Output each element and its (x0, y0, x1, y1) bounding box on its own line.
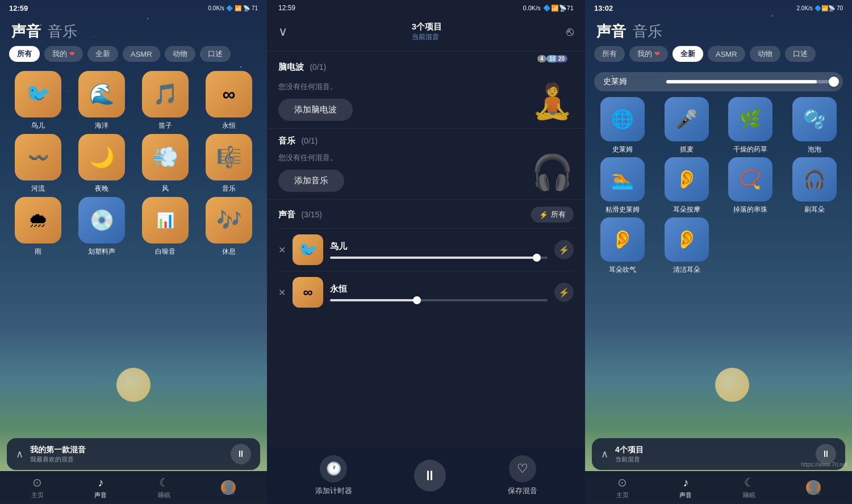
sound-label-rest: 休息 (222, 247, 236, 257)
sound-item-scratch[interactable]: 💿 划塑料声 (72, 197, 132, 257)
right-tab-animal[interactable]: 动物 (750, 46, 780, 62)
sound-item-whitenoise[interactable]: 📊 白噪音 (135, 197, 195, 257)
right-sound-slime[interactable]: 🌐 史莱姆 (592, 97, 653, 154)
track-lightning-bird[interactable]: ⚡ (554, 240, 574, 259)
right-filter-tabs: 所有 我的 ❤ 全新 ASMR 动物 口述 (585, 46, 852, 68)
tab-narrate[interactable]: 口述 (200, 46, 231, 62)
right-sound-earmassage[interactable]: 👂 耳朵按摩 (656, 157, 717, 215)
add-timer-action[interactable]: 🕐 添加计时器 (315, 455, 352, 496)
track-icon-eternal: ∞ (293, 277, 323, 308)
right-sound-mic[interactable]: 🎤 抓麦 (656, 97, 717, 154)
status-icons: 0.0K/s 🔷 📶 📡 71 (208, 5, 258, 11)
track-close-eternal[interactable]: ✕ (278, 287, 286, 298)
sound-item-river[interactable]: 〰️ 河流 (8, 134, 68, 194)
right-player-info: 4个项目 当前混音 (615, 445, 816, 464)
right-nav-profile[interactable]: 👤 (806, 480, 821, 495)
header-music[interactable]: 音乐 (48, 22, 77, 41)
mix-chevron-down[interactable]: ∨ (278, 24, 287, 39)
right-tab-mine[interactable]: 我的 ❤ (629, 46, 668, 62)
right-nav-sound-label: 声音 (679, 491, 692, 499)
right-moon (715, 368, 749, 402)
nav-profile[interactable]: 👤 (221, 480, 236, 495)
right-status-icons: 2.0K/s 🔷📶📡 70 (797, 5, 843, 11)
track-info-bird: 鸟儿 (330, 241, 548, 259)
player-subtitle: 我最喜欢的混音 (30, 455, 231, 464)
pause-button[interactable]: ⏸ (231, 444, 251, 464)
sound-icon-whitenoise: 📊 (142, 197, 189, 243)
tab-animal[interactable]: 动物 (165, 46, 195, 62)
right-time: 13:02 (594, 4, 613, 12)
bottom-nav: ⊙ 主页 ♪ 声音 ☾ 睡眠 👤 (0, 471, 267, 504)
right-tab-asmr[interactable]: ASMR (708, 46, 745, 62)
header-sound[interactable]: 声音 (11, 22, 41, 41)
sound-item-eternal[interactable]: ∞ 永恒 (199, 71, 259, 131)
track-close-bird[interactable]: ✕ (278, 245, 286, 255)
right-header-music[interactable]: 音乐 (633, 22, 662, 41)
right-sound-earblow[interactable]: 👂 耳朵吹气 (592, 217, 653, 275)
share-icon[interactable]: ⎋ (566, 24, 574, 39)
add-music-button[interactable]: 添加音乐 (278, 170, 344, 192)
nav-sleep-label: 睡眠 (158, 491, 170, 499)
slime-slider[interactable]: 史莱姆 (594, 72, 843, 91)
nav-sound[interactable]: ♪ 声音 (94, 476, 107, 499)
track-slider-bird[interactable] (330, 257, 548, 259)
add-brainwave-button[interactable]: 添加脑电波 (278, 99, 353, 121)
track-thumb-bird (533, 254, 541, 262)
track-slider-eternal[interactable] (330, 299, 548, 301)
all-sounds-badge[interactable]: ⚡ 所有 (531, 207, 574, 222)
right-sound-cleanear[interactable]: 👂 清洁耳朵 (656, 217, 717, 275)
right-expand-icon[interactable]: ∧ (601, 448, 608, 460)
right-sound-stickyslime[interactable]: 🏊 粘滑史莱姆 (592, 157, 653, 215)
expand-icon[interactable]: ∧ (16, 448, 23, 460)
speed-display: 0.0K/s (208, 5, 224, 11)
sound-item-wind[interactable]: 💨 风 (135, 134, 195, 194)
tab-asmr[interactable]: ASMR (123, 46, 160, 62)
right-sound-brushear[interactable]: 🎧 刷耳朵 (784, 157, 845, 215)
sound-item-ocean[interactable]: 🌊 海洋 (72, 71, 132, 131)
right-player-title: 4个项目 (615, 445, 816, 455)
track-lightning-eternal[interactable]: ⚡ (554, 283, 574, 302)
mix-speed: 0.0K/s (523, 5, 541, 11)
right-sound-bubbles[interactable]: 🫧 泡泡 (784, 97, 845, 154)
right-icon-mic: 🎤 (665, 97, 709, 141)
right-tab-narrate[interactable]: 口述 (785, 46, 816, 62)
sound-item-rest[interactable]: 🎶 休息 (199, 197, 259, 257)
sound-item-rain[interactable]: 🌧 雨 (8, 197, 68, 257)
sound-item-bird[interactable]: 🐦 鸟儿 (8, 71, 68, 131)
right-nav-home[interactable]: ⊙ 主页 (616, 476, 629, 499)
player-bar[interactable]: ∧ 我的第一款混音 我最喜欢的混音 ⏸ (7, 438, 260, 470)
mix-play-pause-button[interactable]: ⏸ (414, 460, 446, 492)
track-fill-eternal (330, 299, 417, 301)
nav-sleep[interactable]: ☾ 睡眠 (158, 476, 170, 499)
heart-save-icon: ♡ (509, 455, 536, 482)
panel1: 12:59 0.0K/s 🔷 📶 📡 71 声音 音乐 所有 我的 ❤ 全新 A… (0, 0, 267, 504)
sound-item-night[interactable]: 🌙 夜晚 (72, 134, 132, 194)
music-section: 音乐 (0/1) 您没有任何混音。 添加音乐 🎧 (267, 128, 585, 199)
sound-label-eternal: 永恒 (222, 121, 236, 131)
sound-item-music[interactable]: 🎼 音乐 (199, 134, 259, 194)
right-tab-new[interactable]: 全新 (673, 46, 703, 62)
save-mix-action[interactable]: ♡ 保存混音 (508, 455, 537, 496)
tab-all[interactable]: 所有 (9, 46, 40, 62)
right-nav-sleep[interactable]: ☾ 睡眠 (743, 476, 755, 499)
right-nav-sound[interactable]: ♪ 声音 (679, 476, 692, 499)
right-sound-herbs[interactable]: 🌿 干燥的药草 (720, 97, 782, 154)
heart-icon: ❤ (69, 50, 75, 58)
brainwave-section: 脑电波 (0/1) 4 10 20 您没有任何混音。 添加脑电波 🧘 (267, 51, 585, 128)
tab-new[interactable]: 全新 (87, 46, 118, 62)
right-icon-earblow: 👂 (600, 217, 645, 262)
music-empty-text: 您没有任何混音。 (278, 153, 344, 163)
sound-icon-rest: 🎶 (206, 197, 252, 243)
nav-home[interactable]: ⊙ 主页 (31, 476, 44, 499)
right-sound-beads[interactable]: 📿 掉落的串珠 (720, 157, 782, 215)
right-header-sound[interactable]: 声音 (596, 22, 626, 41)
sounds-header: 声音 (3/15) ⚡ 所有 (278, 207, 574, 222)
status-bar: 12:59 0.0K/s 🔷 📶 📡 71 (0, 0, 267, 16)
tab-mine[interactable]: 我的 ❤ (44, 46, 83, 62)
brainwave-count: (0/1) (310, 62, 326, 72)
sound-icon-flute: 🎵 (142, 71, 189, 117)
right-tab-all[interactable]: 所有 (594, 46, 625, 62)
right-icon-beads: 📿 (728, 157, 772, 201)
sound-item-flute[interactable]: 🎵 笛子 (135, 71, 195, 131)
music-illustration: 🎧 (531, 152, 574, 192)
